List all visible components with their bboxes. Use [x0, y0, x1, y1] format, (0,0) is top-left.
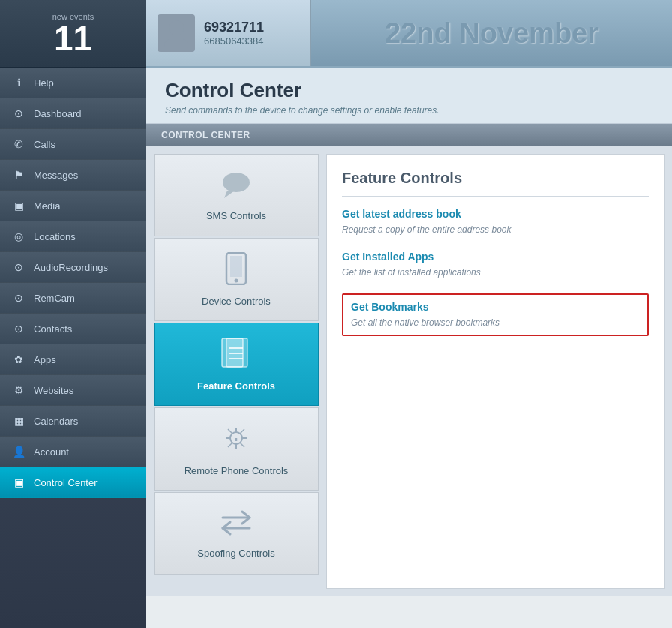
- sidebar-item-dashboard[interactable]: ⊙ Dashboard: [0, 98, 146, 129]
- svg-line-13: [228, 429, 232, 434]
- sidebar-item-label: Media: [34, 200, 60, 212]
- contacts-icon: ⊙: [11, 321, 26, 336]
- apps-icon: ✿: [11, 352, 26, 367]
- media-icon: ▣: [11, 198, 26, 213]
- sidebar-item-media[interactable]: ▣ Media: [0, 191, 146, 221]
- sidebar-item-label: Account: [34, 446, 69, 458]
- avatar: [158, 14, 195, 52]
- sidebar-item-label: Websites: [34, 385, 74, 396]
- spoof-icon: [220, 509, 253, 542]
- sidebar-item-label: AudioRecordings: [34, 262, 108, 273]
- sidebar-item-calls[interactable]: ✆ Calls: [0, 129, 146, 160]
- get-bookmarks-link[interactable]: Get Bookmarks: [351, 301, 640, 313]
- installed-apps-group: Get Installed Apps Get the list of insta…: [342, 251, 649, 278]
- svg-line-16: [228, 443, 232, 447]
- sidebar-item-audiorecordings[interactable]: ⊙ AudioRecordings: [0, 252, 146, 283]
- sidebar-item-label: Control Center: [34, 477, 98, 488]
- avatar-icon: [163, 18, 190, 48]
- dashboard-icon: ⊙: [11, 106, 26, 121]
- menu-item-sms-controls[interactable]: SMS Controls: [154, 154, 319, 236]
- sms-icon: [220, 170, 253, 204]
- svg-point-0: [169, 20, 184, 35]
- sidebar-item-label: Locations: [34, 231, 76, 242]
- get-installed-apps-link[interactable]: Get Installed Apps: [342, 251, 649, 263]
- sidebar-item-label: RemCam: [34, 293, 75, 304]
- audio-icon: ⊙: [11, 260, 26, 275]
- menu-item-device-controls[interactable]: Device Controls: [154, 238, 319, 321]
- page-title: Control Center: [165, 79, 653, 102]
- sidebar-item-messages[interactable]: ⚑ Messages: [0, 160, 146, 191]
- sidebar-item-label: Calls: [34, 139, 56, 150]
- messages-icon: ⚑: [11, 167, 26, 182]
- new-events-count: 11: [54, 21, 92, 56]
- svg-line-14: [240, 443, 244, 447]
- sidebar-item-locations[interactable]: ◎ Locations: [0, 221, 146, 252]
- menu-item-spoofing-controls[interactable]: Spoofing Controls: [154, 492, 319, 575]
- top-bar: 69321711 66850643384 22nd November: [146, 0, 672, 68]
- user-phone-main: 69321711: [204, 20, 264, 35]
- calls-icon: ✆: [11, 137, 26, 152]
- svg-rect-5: [230, 256, 242, 277]
- sidebar-item-label: Apps: [34, 354, 56, 365]
- sidebar-item-label: Help: [34, 77, 54, 89]
- control-area: Control Center Send commands to the devi…: [146, 68, 672, 628]
- date-text: 22nd November: [385, 17, 598, 50]
- locations-icon: ◎: [11, 229, 26, 244]
- websites-icon: ⚙: [11, 383, 26, 398]
- sidebar-item-websites[interactable]: ⚙ Websites: [0, 375, 146, 406]
- menu-item-remote-phone-controls[interactable]: Remote Phone Controls: [154, 407, 319, 491]
- address-book-group: Get latest address book Request a copy o…: [342, 208, 649, 236]
- sidebar-item-account[interactable]: 👤 Account: [0, 437, 146, 467]
- sidebar-item-label: Contacts: [34, 323, 72, 335]
- address-book-desc: Request a copy of the entire address boo…: [342, 224, 511, 235]
- control-subtitle: Send commands to the device to change se…: [165, 105, 653, 116]
- main-content: 69321711 66850643384 22nd November Contr…: [146, 0, 672, 628]
- control-body: SMS Controls Device Controls: [146, 146, 672, 596]
- svg-point-2: [223, 173, 250, 192]
- menu-item-label: Remote Phone Controls: [184, 465, 289, 476]
- svg-point-1: [164, 38, 188, 48]
- sidebar-item-label: Dashboard: [34, 108, 82, 119]
- svg-line-15: [240, 429, 244, 434]
- svg-marker-3: [224, 191, 235, 198]
- menu-item-label: SMS Controls: [206, 210, 266, 221]
- bookmarks-group: Get Bookmarks Get all the native browser…: [342, 293, 649, 336]
- sidebar-item-control-center[interactable]: ▣ Control Center: [0, 467, 146, 498]
- control-header: Control Center Send commands to the devi…: [146, 68, 672, 124]
- menu-item-label: Spoofing Controls: [197, 548, 274, 559]
- user-phone-sub: 66850643384: [204, 35, 264, 47]
- account-icon: 👤: [11, 444, 26, 459]
- calendars-icon: ▦: [11, 413, 26, 428]
- sidebar-item-help[interactable]: ℹ Help: [0, 68, 146, 98]
- sidebar-item-apps[interactable]: ✿ Apps: [0, 344, 146, 375]
- installed-apps-desc: Get the list of installed applications: [342, 267, 481, 278]
- user-info: 69321711 66850643384: [146, 0, 311, 66]
- get-address-book-link[interactable]: Get latest address book: [342, 208, 649, 220]
- sidebar-header: new events 11: [0, 0, 146, 68]
- info-icon: ℹ: [11, 75, 26, 90]
- sidebar-item-calendars[interactable]: ▦ Calendars: [0, 406, 146, 437]
- sidebar: new events 11 ℹ Help ⊙ Dashboard ✆ Calls…: [0, 0, 146, 628]
- control-detail: Feature Controls Get latest address book…: [326, 154, 664, 589]
- remote-icon: [220, 422, 252, 459]
- user-details: 69321711 66850643384: [204, 20, 264, 47]
- control-center-icon: ▣: [11, 475, 26, 490]
- menu-item-label: Device Controls: [202, 296, 271, 307]
- detail-title: Feature Controls: [342, 170, 649, 197]
- remcam-icon: ⊙: [11, 290, 26, 305]
- sidebar-item-contacts[interactable]: ⊙ Contacts: [0, 314, 146, 344]
- sidebar-nav: ℹ Help ⊙ Dashboard ✆ Calls ⚑ Messages ▣ …: [0, 68, 146, 628]
- sidebar-item-label: Calendars: [34, 416, 78, 427]
- menu-item-feature-controls[interactable]: Feature Controls: [154, 323, 319, 406]
- date-display: 22nd November: [311, 0, 672, 66]
- svg-point-6: [235, 279, 238, 283]
- bookmarks-desc: Get all the native browser bookmarks: [351, 317, 500, 328]
- feature-icon: [220, 337, 252, 374]
- sidebar-item-remcam[interactable]: ⊙ RemCam: [0, 283, 146, 314]
- device-icon: [224, 252, 248, 290]
- breadcrumb: CONTROL CENTER: [146, 124, 672, 146]
- sidebar-item-label: Messages: [34, 170, 78, 181]
- control-menu: SMS Controls Device Controls: [154, 154, 319, 589]
- menu-item-label: Feature Controls: [197, 380, 275, 392]
